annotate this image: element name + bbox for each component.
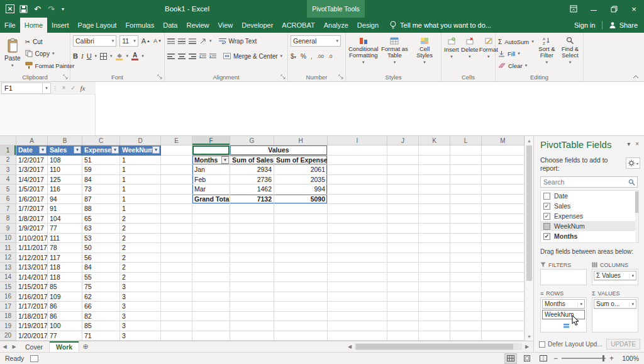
accounting-format-icon[interactable]: $▾ <box>291 53 296 60</box>
cell-G3[interactable]: 2934 <box>230 165 274 175</box>
borders-icon[interactable] <box>100 53 107 60</box>
cell-K15[interactable] <box>419 282 450 292</box>
cell-D20[interactable]: 3 <box>120 331 161 341</box>
filter-button-Sales[interactable]: ▾ <box>74 146 81 154</box>
cell-M6[interactable] <box>482 195 525 205</box>
months-filter-button[interactable]: ▾ <box>221 156 229 164</box>
cell-M10[interactable] <box>482 234 525 244</box>
name-box[interactable]: F1 <box>1 82 43 94</box>
cell-D10[interactable]: 2 <box>120 234 161 244</box>
cell-F1[interactable] <box>192 145 230 156</box>
cell-E12[interactable] <box>161 253 192 263</box>
vertical-scrollbar[interactable]: ▲ ▼ <box>525 136 533 341</box>
col-header-M[interactable]: M <box>482 136 525 145</box>
col-header-C[interactable]: C <box>82 136 120 145</box>
cell-M14[interactable] <box>482 273 525 283</box>
cell-J6[interactable] <box>387 195 419 205</box>
cell-K8[interactable] <box>419 214 450 224</box>
cell-I7[interactable] <box>328 204 387 214</box>
filter-button-WeekNum[interactable]: ▾ <box>152 146 160 154</box>
cell-F10[interactable] <box>192 234 230 244</box>
cell-D16[interactable]: 3 <box>120 292 161 302</box>
col-header-G[interactable]: G <box>230 136 274 145</box>
cell-E19[interactable] <box>161 321 192 331</box>
cell-E6[interactable] <box>161 195 192 205</box>
zoom-slider-thumb[interactable] <box>602 355 604 361</box>
conditional-formatting-button[interactable]: Conditional Formatting▾ <box>348 35 379 72</box>
fields-list-scrollbar[interactable] <box>635 191 638 242</box>
row-header-1[interactable]: 1 <box>0 145 16 156</box>
row-header-17[interactable]: 17 <box>0 302 16 312</box>
cell-F17[interactable] <box>192 302 230 312</box>
cell-A16[interactable]: 1/16/2017 <box>16 292 48 302</box>
cell-M13[interactable] <box>482 263 525 273</box>
filter-button-Date[interactable]: ▾ <box>39 146 47 154</box>
pane-options-icon[interactable]: ▾ <box>627 140 630 147</box>
ribbon-display-options-icon[interactable] <box>564 0 584 18</box>
field-item-Expenses[interactable]: ✓Expenses <box>541 211 638 221</box>
cell-F5[interactable]: Mar <box>192 185 230 195</box>
cell-M18[interactable] <box>482 312 525 322</box>
collapse-ribbon-icon[interactable] <box>633 75 639 79</box>
cell-H17[interactable] <box>274 302 328 312</box>
cancel-entry-icon[interactable]: × <box>59 84 69 91</box>
cell-J12[interactable] <box>387 253 419 263</box>
cell-H12[interactable] <box>274 253 328 263</box>
update-button[interactable]: UPDATE <box>606 339 640 350</box>
cell-H9[interactable] <box>274 224 328 234</box>
cell-E5[interactable] <box>161 185 192 195</box>
cell-A7[interactable]: 1/7/2017 <box>16 204 48 214</box>
cell-I3[interactable] <box>328 165 387 175</box>
cell-D12[interactable]: 2 <box>120 253 161 263</box>
field-checkbox-Expenses[interactable]: ✓ <box>543 213 550 220</box>
sheet-nav-left-icon[interactable]: ◀ <box>0 341 9 352</box>
paste-dropdown-icon[interactable]: ▾ <box>11 63 14 68</box>
row-header-19[interactable]: 19 <box>0 321 16 331</box>
months-field-chip[interactable]: Months▾ <box>542 299 585 309</box>
cell-L2[interactable] <box>450 156 482 166</box>
row-header-12[interactable]: 12 <box>0 253 16 263</box>
cell-D13[interactable]: 2 <box>120 263 161 273</box>
cell-D5[interactable]: 1 <box>120 185 161 195</box>
pane-close-icon[interactable]: × <box>635 140 639 147</box>
col-header-K[interactable]: K <box>419 136 450 145</box>
excel-app-icon[interactable] <box>4 3 16 15</box>
cell-K16[interactable] <box>419 292 450 302</box>
cell-L15[interactable] <box>450 282 482 292</box>
fill-button[interactable]: Fill▾ <box>498 48 534 59</box>
cell-C3[interactable]: 59 <box>82 165 120 175</box>
horizontal-scrollbar[interactable]: ◀ ▶ <box>346 341 533 352</box>
cell-F11[interactable] <box>192 243 230 253</box>
cell-M15[interactable] <box>482 282 525 292</box>
row-header-13[interactable]: 13 <box>0 263 16 273</box>
col-header-H[interactable]: H <box>274 136 328 145</box>
field-item-WeekNum[interactable]: WeekNum <box>541 221 638 231</box>
cell-G19[interactable] <box>230 321 274 331</box>
cell-L12[interactable] <box>450 253 482 263</box>
align-top-icon[interactable] <box>167 38 175 44</box>
cell-H16[interactable] <box>274 292 328 302</box>
cell-M12[interactable] <box>482 253 525 263</box>
cell-B1[interactable]: Sales▾ <box>48 145 82 156</box>
field-checkbox-WeekNum[interactable] <box>543 223 550 230</box>
cell-A15[interactable]: 1/15/2017 <box>16 282 48 292</box>
cell-L20[interactable] <box>450 331 482 341</box>
close-icon[interactable]: × <box>624 0 644 18</box>
field-checkbox-Date[interactable] <box>543 193 550 200</box>
cell-B8[interactable]: 104 <box>48 214 82 224</box>
cell-B5[interactable]: 116 <box>48 185 82 195</box>
cell-B3[interactable]: 110 <box>48 165 82 175</box>
cell-H3[interactable]: 2061 <box>274 165 328 175</box>
cell-K7[interactable] <box>419 204 450 214</box>
vertical-scroll-thumb[interactable] <box>526 145 532 281</box>
cell-D14[interactable]: 2 <box>120 273 161 283</box>
sign-in-button[interactable]: Sign in <box>574 21 596 29</box>
cell-D18[interactable]: 3 <box>120 312 161 322</box>
tab-file[interactable]: File <box>0 18 20 33</box>
tell-me-box[interactable]: Tell me what you want to do... <box>383 18 497 33</box>
cell-I6[interactable] <box>328 195 387 205</box>
cell-C19[interactable]: 85 <box>82 321 120 331</box>
values-field-chip[interactable]: Σ Values▾ <box>594 271 636 280</box>
cell-I11[interactable] <box>328 243 387 253</box>
cell-B4[interactable]: 125 <box>48 175 82 185</box>
